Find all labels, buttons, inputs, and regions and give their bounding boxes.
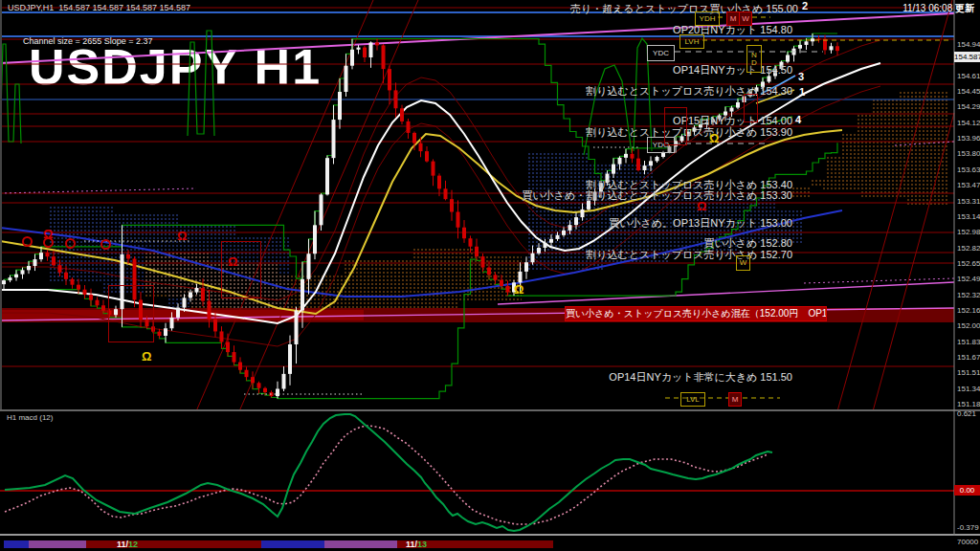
mt4-chart-window: USDJPY H1 USDJPY,H1 154.587 154.587 154.… bbox=[0, 0, 980, 551]
price-axis-label: 153.635 bbox=[957, 165, 980, 174]
price-axis-label: 154.615 bbox=[957, 72, 980, 80]
omega-marker: Ω bbox=[228, 255, 237, 268]
object-box-lvh: LVH bbox=[679, 34, 704, 49]
price-axis-label: 151.345 bbox=[957, 385, 980, 393]
session-bar bbox=[4, 540, 29, 548]
circle-marker bbox=[100, 239, 111, 250]
macd-axis-top: 0.621 bbox=[957, 409, 976, 418]
object-box-nd: ND bbox=[746, 45, 762, 73]
object-box bbox=[221, 241, 261, 298]
chart-annotation: 割り込むとストップロス売り小さめ 154.30 bbox=[586, 84, 792, 99]
object-box-lvl: LVL bbox=[680, 392, 705, 407]
object-box-m: M bbox=[728, 392, 742, 407]
price-axis-label: 154.945 bbox=[957, 40, 980, 49]
chart-annotation: 買い小さめ・割り込むとストップロス売り小さめ 153.30 bbox=[522, 188, 792, 203]
object-box bbox=[744, 94, 758, 122]
object-box bbox=[108, 285, 154, 342]
price-axis-label: 152.820 bbox=[957, 244, 980, 253]
price-axis-label: 152.000 bbox=[957, 321, 980, 330]
session-bar bbox=[261, 540, 324, 548]
session-bar bbox=[324, 540, 397, 548]
dashed-object-lines bbox=[84, 17, 952, 398]
volume-axis-label: 70000 bbox=[957, 538, 978, 546]
price-axis-label: 153.800 bbox=[957, 149, 980, 158]
circle-marker bbox=[65, 238, 76, 249]
object-box bbox=[664, 107, 687, 145]
chart-annotation: 割り込むとストップロス売り小さめ 153.90 bbox=[586, 125, 792, 140]
price-axis-label: 153.965 bbox=[957, 134, 980, 143]
chart-annotation: OP14日NYカット 154.50 bbox=[673, 63, 792, 77]
omega-marker: Ω bbox=[514, 283, 523, 296]
object-box-ydh: YDH bbox=[695, 11, 720, 26]
macd-indicator-label: H1 macd (12) bbox=[7, 413, 53, 422]
circle-marker bbox=[22, 236, 33, 247]
chart-annotation: 割り込むとストップロス売り小さめ 152.70 bbox=[586, 248, 792, 262]
chart-annotation: 買い小さめ。OP13日NYカット 153.00 bbox=[609, 216, 792, 231]
price-axis-label: 152.325 bbox=[957, 291, 980, 299]
price-axis-label: 151.835 bbox=[957, 338, 980, 346]
line-number-label: 4 bbox=[795, 114, 801, 125]
macd-current-value-box: 0.00 bbox=[954, 485, 980, 496]
line-number-label: 3 bbox=[798, 71, 804, 82]
omega-marker: Ω bbox=[177, 230, 187, 242]
price-axis-label: 154.125 bbox=[957, 119, 980, 127]
omega-marker: Ω bbox=[709, 132, 719, 144]
chart-annotation: OP14日NYカット非常に大きめ 151.50 bbox=[609, 370, 792, 385]
macd-curves bbox=[0, 414, 980, 531]
price-axis-label: 151.180 bbox=[957, 400, 980, 408]
price-axis-label: 154.290 bbox=[957, 102, 980, 111]
session-bar bbox=[29, 540, 86, 548]
omega-marker: Ω bbox=[697, 200, 706, 212]
channel-info-label: Channel size = 2655 Slope = 2.37 bbox=[23, 36, 153, 46]
price-axis-label: 152.655 bbox=[957, 259, 980, 268]
omega-marker: Ω bbox=[142, 350, 151, 363]
price-axis-label: 153.470 bbox=[957, 181, 980, 189]
price-axis-label: 152.490 bbox=[957, 275, 980, 283]
price-zone-banner: 買い小さめ・ストップロス売り小さめ混在（152.00円 OP13日NYカッ・ bbox=[565, 306, 827, 321]
chart-title-ohlc: USDJPY,H1 154.587 154.587 154.587 154.58… bbox=[8, 3, 190, 12]
current-price-box: 154.587 bbox=[954, 52, 980, 62]
chart-canvas[interactable] bbox=[0, 0, 980, 551]
price-axis-label: 152.980 bbox=[957, 228, 980, 236]
price-axis-label: 154.450 bbox=[957, 87, 980, 96]
object-box-ydc: YDC bbox=[647, 45, 675, 61]
line-number-label: 1 bbox=[799, 86, 805, 98]
price-axis-label: 153.310 bbox=[957, 197, 980, 206]
price-axis-label: 151.510 bbox=[957, 368, 980, 377]
object-box-m: M bbox=[726, 11, 740, 26]
circle-marker bbox=[43, 237, 54, 248]
session-bar bbox=[86, 540, 261, 548]
price-axis-label: 152.165 bbox=[957, 306, 980, 315]
macd-axis-bottom: -0.379 bbox=[957, 523, 979, 532]
date-label: 11/12 bbox=[117, 540, 138, 549]
object-box-w: W bbox=[736, 255, 750, 271]
price-axis-label: 151.675 bbox=[957, 353, 980, 362]
price-axis-label: 153.145 bbox=[957, 212, 980, 221]
line-number-label: 2 bbox=[802, 0, 808, 11]
object-box-w: W bbox=[739, 11, 752, 26]
chart-annotation: 売り・超えるとストップロス買い小さめ 155.00 bbox=[570, 2, 798, 16]
date-label: 11/13 bbox=[406, 540, 427, 549]
update-timestamp: 11/13 06:08 更新 bbox=[902, 2, 974, 15]
